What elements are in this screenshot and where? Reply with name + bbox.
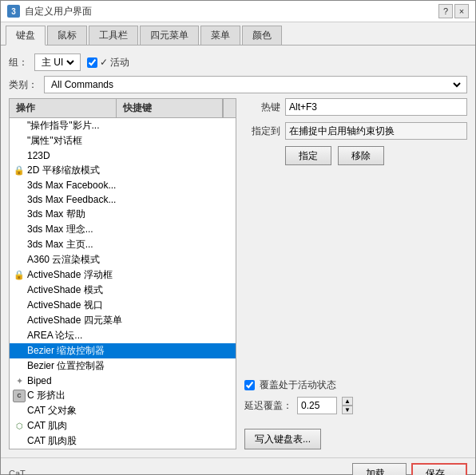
list-item-name: "属性"对话框 <box>27 134 169 148</box>
no-icon <box>13 284 26 297</box>
group-label: 组： <box>9 56 28 69</box>
delay-label: 延迟覆盖： <box>244 399 292 413</box>
content-area: 组： 主 UI ✓ 活动 类别： All Commands <box>1 46 475 457</box>
cat-shape-icon: C <box>13 390 26 402</box>
list-item-name: Bezier 位置控制器 <box>27 359 169 373</box>
no-icon <box>13 149 26 162</box>
delay-row: 延迟覆盖： ▲ ▼ <box>244 397 467 414</box>
list-item-name: 123D <box>27 150 169 161</box>
tabs-bar: 键盘 鼠标 工具栏 四元菜单 菜单 颜色 <box>1 22 475 46</box>
active-checkbox[interactable] <box>87 57 97 68</box>
lock-icon: 🔒 <box>13 164 26 177</box>
list-item[interactable]: AREA 论坛... <box>10 328 236 343</box>
list-item[interactable]: 3ds Max 理念... <box>10 222 236 237</box>
app-icon: 3 <box>7 5 20 18</box>
list-item[interactable]: "操作指导"影片... <box>10 118 236 133</box>
list-item[interactable]: CAT 父对象 <box>10 403 236 418</box>
overlay-checkbox-row: 覆盖处于活动状态 <box>244 378 467 392</box>
delay-input[interactable] <box>297 397 337 414</box>
list-item[interactable]: ⬡ CAT 肌肉 <box>10 418 236 433</box>
list-item[interactable]: ActiveShade 四元菜单 <box>10 313 236 328</box>
header-operation: 操作 <box>10 99 117 117</box>
write-keyboard-button[interactable]: 写入键盘表... <box>244 429 321 449</box>
muscle-icon: ⬡ <box>13 420 26 433</box>
no-icon <box>13 345 26 358</box>
list-item-name: 2D 平移缩放模式 <box>27 164 169 177</box>
footer-row: CaT 加载... 保存... <box>1 457 475 475</box>
no-icon <box>13 179 26 192</box>
commands-list[interactable]: "操作指导"影片... "属性"对话框 123D 🔒 2D 平移缩放模式 3ds… <box>9 117 236 449</box>
list-item[interactable]: ✦ Biped <box>10 374 236 388</box>
list-item[interactable]: 3ds Max Facebook... <box>10 178 236 192</box>
no-icon <box>13 315 26 327</box>
tab-toolbar[interactable]: 工具栏 <box>89 26 138 45</box>
list-item[interactable]: 🔒 2D 平移缩放模式 <box>10 163 236 178</box>
delay-spinner[interactable]: ▲ ▼ <box>342 397 353 414</box>
overlay-checkbox-label: 覆盖处于活动状态 <box>260 378 336 392</box>
list-item-name: "操作指导"影片... <box>27 119 169 133</box>
save-button[interactable]: 保存... <box>411 463 467 475</box>
category-select[interactable]: All Commands <box>44 76 467 93</box>
lock-icon: 🔒 <box>13 269 26 282</box>
list-item[interactable]: Bezier 缩放控制器 <box>10 343 236 358</box>
list-item[interactable]: 3ds Max 帮助 <box>10 207 236 222</box>
group-select-input[interactable]: 主 UI <box>38 56 77 69</box>
list-item-name: 3ds Max Facebook... <box>27 180 169 191</box>
list-item-name: ActiveShade 四元菜单 <box>27 314 169 327</box>
list-item-name: 3ds Max 理念... <box>27 223 169 236</box>
list-item-name: Biped <box>27 375 169 386</box>
list-item-name: 3ds Max Feedback... <box>27 194 169 205</box>
window-controls: ? × <box>438 4 469 18</box>
tab-menu[interactable]: 菜单 <box>200 26 240 45</box>
right-panel: 热键 指定到 指定 移除 覆盖处于活动状态 <box>244 98 467 449</box>
help-button[interactable]: ? <box>438 4 453 18</box>
close-button[interactable]: × <box>454 4 469 18</box>
tab-quad-menu[interactable]: 四元菜单 <box>140 26 199 45</box>
tab-mouse[interactable]: 鼠标 <box>47 26 87 45</box>
title-bar: 3 自定义用户界面 ? × <box>1 1 475 22</box>
main-window: 3 自定义用户界面 ? × 键盘 鼠标 工具栏 四元菜单 菜单 颜色 组： <box>0 0 476 475</box>
overlay-checkbox[interactable] <box>244 380 255 390</box>
no-icon <box>13 120 26 133</box>
cat-label: CaT <box>9 469 26 475</box>
active-label: ✓ 活动 <box>100 56 129 69</box>
list-item-name: ActiveShade 视口 <box>27 299 169 312</box>
category-label: 类别： <box>9 78 38 92</box>
load-button[interactable]: 加载... <box>352 463 407 475</box>
list-item[interactable]: 3ds Max 主页... <box>10 237 236 252</box>
hotkey-input[interactable] <box>285 98 467 116</box>
list-item[interactable]: A360 云渲染模式 <box>10 252 236 267</box>
spinner-up[interactable]: ▲ <box>342 397 353 406</box>
list-item-name: A360 云渲染模式 <box>27 253 169 267</box>
main-panel: 操作 快捷键 "操作指导"影片... "属性"对话框 123D 🔒 2D 平移缩… <box>9 98 467 449</box>
list-item[interactable]: Bezier 位置控制器 <box>10 358 236 374</box>
no-icon <box>13 193 26 206</box>
assign-remove-row: 指定 移除 <box>285 146 467 165</box>
no-icon <box>13 299 26 312</box>
no-icon <box>13 135 26 148</box>
no-icon <box>13 224 26 236</box>
tab-keyboard[interactable]: 键盘 <box>6 26 46 46</box>
spinner-down[interactable]: ▼ <box>342 406 353 414</box>
list-item[interactable]: 123D <box>10 148 236 163</box>
group-select[interactable]: 主 UI <box>34 53 81 71</box>
list-item[interactable]: CAT 肌肉股 <box>10 433 236 449</box>
list-item[interactable]: ActiveShade 模式 <box>10 283 236 298</box>
remove-button[interactable]: 移除 <box>338 146 384 165</box>
list-item[interactable]: 3ds Max Feedback... <box>10 192 236 207</box>
hotkey-row: 热键 <box>244 98 467 116</box>
left-panel: 操作 快捷键 "操作指导"影片... "属性"对话框 123D 🔒 2D 平移缩… <box>9 98 236 449</box>
assign-to-row: 指定到 <box>244 122 467 140</box>
list-item[interactable]: 🔒 ActiveShade 浮动框 <box>10 267 236 283</box>
active-checkbox-row: ✓ 活动 <box>87 56 129 69</box>
list-item[interactable]: ActiveShade 视口 <box>10 298 236 313</box>
list-item-name: CAT 肌肉 <box>27 419 169 433</box>
category-select-input[interactable]: All Commands <box>48 78 463 91</box>
list-item-name: 3ds Max 帮助 <box>27 208 169 221</box>
list-item-name: CAT 父对象 <box>27 404 169 418</box>
list-item[interactable]: C C 形挤出 <box>10 388 236 403</box>
tab-color[interactable]: 颜色 <box>242 26 282 45</box>
assign-button[interactable]: 指定 <box>285 146 331 165</box>
list-item[interactable]: "属性"对话框 <box>10 133 236 148</box>
window-title: 自定义用户界面 <box>25 5 438 18</box>
